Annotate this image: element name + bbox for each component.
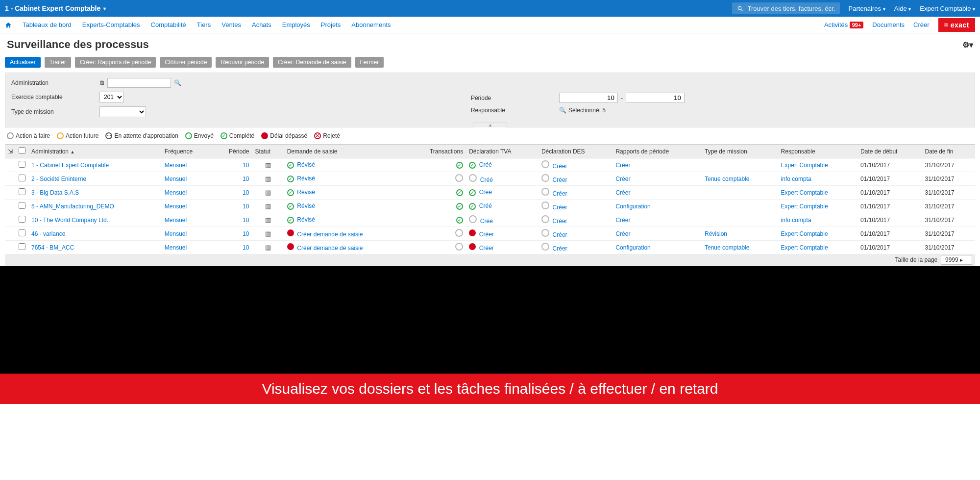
- btn-creer-rapports[interactable]: Créer: Rapports de période: [75, 57, 156, 68]
- des-link[interactable]: Créer: [553, 204, 567, 211]
- freq-link[interactable]: Mensuel: [165, 189, 187, 196]
- lookup-icon[interactable]: 🔍: [559, 107, 566, 114]
- admin-link[interactable]: 3 - Big Data S.A.S: [31, 189, 79, 196]
- col-mission[interactable]: Type de mission: [702, 145, 778, 158]
- book-icon[interactable]: ▥: [265, 189, 271, 196]
- col-tva[interactable]: Déclaration TVA: [466, 145, 539, 158]
- mission-link[interactable]: Tenue comptable: [705, 176, 749, 182]
- nav-tableaux[interactable]: Tableaux de bord: [23, 21, 72, 28]
- period-link[interactable]: 10: [243, 189, 249, 196]
- period-link[interactable]: 10: [243, 203, 249, 210]
- ds-link[interactable]: Révisé: [297, 202, 315, 209]
- resp-link[interactable]: Expert Comptable: [781, 162, 828, 169]
- row-checkbox[interactable]: [19, 243, 25, 250]
- tva-link[interactable]: Créé: [479, 202, 492, 209]
- btn-fermer[interactable]: Fermer: [355, 57, 384, 68]
- book-icon[interactable]: ▥: [265, 244, 271, 251]
- freq-link[interactable]: Mensuel: [165, 203, 187, 210]
- menu-help[interactable]: Aide ▾: [894, 5, 911, 12]
- des-link[interactable]: Créer: [553, 163, 567, 170]
- home-icon[interactable]: [5, 21, 12, 29]
- page-size-select[interactable]: 9999 ▸: [941, 255, 972, 265]
- mission-select[interactable]: [99, 106, 146, 117]
- col-expand[interactable]: ⇲: [5, 145, 16, 158]
- period-link[interactable]: 10: [243, 244, 249, 251]
- nav-achats[interactable]: Achats: [252, 21, 271, 28]
- ds-link[interactable]: Créer demande de saisie: [297, 231, 363, 238]
- btn-creer-demande[interactable]: Créer: Demande de saisie: [273, 57, 351, 68]
- nav-documents[interactable]: Documents: [872, 21, 905, 28]
- des-link[interactable]: Créer: [553, 218, 567, 225]
- des-link[interactable]: Créer: [553, 190, 567, 197]
- mission-link[interactable]: Révision: [705, 230, 727, 237]
- book-icon[interactable]: ▥: [265, 175, 271, 182]
- mission-link[interactable]: Tenue comptable: [705, 244, 749, 251]
- row-checkbox[interactable]: [19, 175, 25, 181]
- nav-projets[interactable]: Projets: [321, 21, 341, 28]
- page-tools-icon[interactable]: ⚙▾: [962, 40, 973, 50]
- nav-abonnements[interactable]: Abonnements: [351, 21, 391, 28]
- administration-input[interactable]: [107, 78, 171, 88]
- des-link[interactable]: Créer: [553, 245, 567, 252]
- btn-cloturer[interactable]: Clôturer période: [160, 57, 212, 68]
- col-debut[interactable]: Date de début: [858, 145, 922, 158]
- tva-link[interactable]: Créé: [480, 218, 493, 225]
- admin-link[interactable]: 2 - Société Eninterne: [31, 176, 86, 182]
- tva-link[interactable]: Créé: [479, 189, 492, 196]
- tva-link[interactable]: Créer: [479, 245, 494, 252]
- des-link[interactable]: Créer: [553, 177, 567, 183]
- ds-link[interactable]: Révisé: [297, 175, 315, 182]
- tva-link[interactable]: Créé: [480, 177, 493, 183]
- btn-reouvrir[interactable]: Réouvrir période: [216, 57, 269, 68]
- file-icon[interactable]: 🗎: [99, 79, 105, 86]
- col-frequence[interactable]: Fréquence: [162, 145, 213, 158]
- admin-link[interactable]: 1 - Cabinet Expert Comptable: [31, 162, 109, 169]
- row-checkbox[interactable]: [19, 216, 25, 223]
- resp-link[interactable]: Expert Comptable: [781, 189, 828, 196]
- period-link[interactable]: 10: [243, 230, 249, 237]
- search-input[interactable]: [748, 5, 835, 12]
- col-check[interactable]: [16, 145, 28, 158]
- col-statut[interactable]: Statut: [252, 145, 284, 158]
- ds-link[interactable]: Créer demande de saisie: [297, 245, 363, 252]
- col-periode[interactable]: Période: [213, 145, 252, 158]
- admin-link[interactable]: 46 - variance: [31, 230, 65, 237]
- des-link[interactable]: Créer: [553, 231, 567, 238]
- rap-link[interactable]: Créer: [615, 217, 630, 224]
- col-responsable[interactable]: Responsable: [778, 145, 858, 158]
- freq-link[interactable]: Mensuel: [165, 162, 187, 169]
- resp-link[interactable]: info compta: [781, 217, 811, 224]
- company-selector[interactable]: 1 - Cabinet Expert Comptable ▾: [5, 4, 106, 12]
- freq-link[interactable]: Mensuel: [165, 230, 187, 237]
- btn-traiter[interactable]: Traiter: [45, 57, 71, 68]
- rap-link[interactable]: Configuration: [615, 203, 650, 210]
- col-administration[interactable]: Administration ▲: [28, 145, 162, 158]
- period-link[interactable]: 10: [243, 217, 249, 224]
- periode-from[interactable]: [559, 93, 618, 103]
- col-rapports[interactable]: Rapports de période: [612, 145, 702, 158]
- exercice-select[interactable]: 2017: [99, 92, 124, 102]
- col-fin[interactable]: Date de fin: [922, 145, 976, 158]
- ds-link[interactable]: Révisé: [297, 189, 315, 196]
- row-checkbox[interactable]: [19, 229, 25, 236]
- freq-link[interactable]: Mensuel: [165, 244, 187, 251]
- col-des[interactable]: Déclaration DES: [539, 145, 612, 158]
- book-icon[interactable]: ▥: [265, 216, 271, 224]
- col-demande[interactable]: Demande de saisie: [284, 145, 407, 158]
- tva-link[interactable]: Créer: [479, 231, 494, 238]
- admin-link[interactable]: 7654 - BM_ACC: [31, 244, 74, 251]
- book-icon[interactable]: ▥: [265, 230, 271, 237]
- row-checkbox[interactable]: [19, 188, 25, 195]
- rap-link[interactable]: Configuration: [615, 244, 650, 251]
- tva-link[interactable]: Créé: [479, 161, 492, 168]
- period-link[interactable]: 10: [243, 162, 249, 169]
- resp-link[interactable]: Expert Comptable: [781, 244, 828, 251]
- ds-link[interactable]: Révisé: [297, 161, 315, 168]
- row-checkbox[interactable]: [19, 161, 25, 168]
- freq-link[interactable]: Mensuel: [165, 176, 187, 182]
- nav-tiers[interactable]: Tiers: [197, 21, 211, 28]
- period-link[interactable]: 10: [243, 176, 249, 182]
- menu-user[interactable]: Expert Comptable ▾: [920, 5, 975, 12]
- row-checkbox[interactable]: [19, 202, 25, 209]
- resp-link[interactable]: Expert Comptable: [781, 230, 828, 237]
